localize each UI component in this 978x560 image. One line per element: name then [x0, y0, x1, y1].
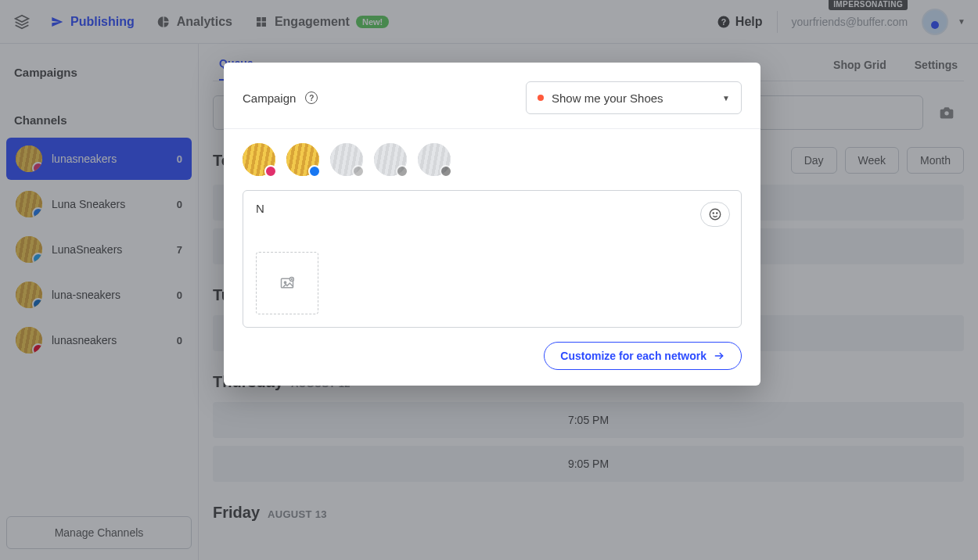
image-upload-dropzone[interactable] — [256, 252, 318, 314]
svg-point-10 — [717, 213, 717, 214]
campaign-selected-value: Show me your Shoes — [552, 92, 663, 105]
composer-textarea[interactable] — [256, 202, 681, 233]
customize-for-each-network-button[interactable]: Customize for each network — [544, 342, 742, 370]
account-toggle[interactable] — [243, 143, 275, 176]
ig-icon — [264, 165, 277, 178]
fb-icon — [308, 165, 321, 178]
li-icon — [396, 165, 408, 178]
campaign-select[interactable]: Show me your Shoes ▼ — [526, 81, 742, 114]
account-toggle[interactable] — [330, 143, 363, 176]
campaign-color-dot — [538, 95, 544, 101]
modal-body — [224, 129, 760, 332]
customize-label: Customize for each network — [560, 350, 707, 362]
composer — [243, 190, 742, 328]
account-toggle[interactable] — [418, 143, 451, 176]
modal-footer: Customize for each network — [224, 332, 760, 370]
svg-point-9 — [713, 213, 714, 214]
svg-point-8 — [710, 209, 721, 220]
account-toggle[interactable] — [286, 143, 319, 176]
modal-header: Campaign ? Show me your Shoes ▼ — [224, 63, 760, 129]
campaign-label: Campaign — [243, 92, 296, 105]
compose-modal: Campaign ? Show me your Shoes ▼ Customiz… — [224, 63, 760, 386]
tw-icon — [352, 165, 365, 178]
pn-icon — [440, 165, 452, 178]
emoji-button[interactable] — [700, 202, 730, 227]
svg-point-12 — [284, 282, 286, 283]
arrow-right-icon — [713, 350, 725, 361]
account-selector-row — [243, 143, 742, 176]
account-toggle[interactable] — [374, 143, 407, 176]
chevron-down-icon: ▼ — [722, 94, 730, 102]
help-icon[interactable]: ? — [305, 92, 318, 104]
